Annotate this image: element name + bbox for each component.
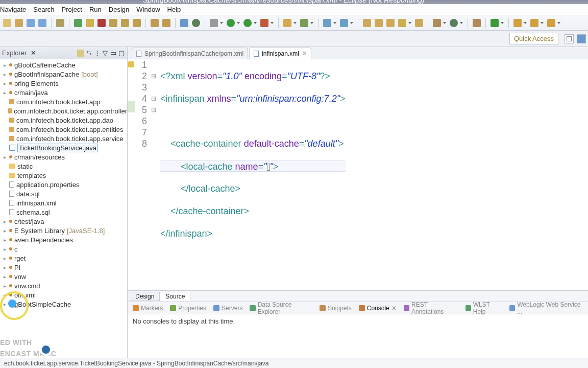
tree-item[interactable]: ▸c/main/java (0, 88, 127, 97)
tree-item[interactable]: ▸gBootCaffeineCache (0, 60, 127, 70)
highlight-icon[interactable] (491, 19, 499, 27)
tree-item[interactable]: ▸gBootSimpleCache (0, 300, 127, 309)
tree-item[interactable]: ▸c (0, 244, 127, 254)
tree-item[interactable]: ▸gBootInfinispanCache [boot] (0, 70, 127, 79)
view-servers[interactable]: Servers (213, 305, 242, 312)
fwd-icon[interactable] (530, 19, 538, 27)
code-editor[interactable]: 12345678 ⊟⊟⊟ <?xml version="1.0" encodin… (128, 59, 588, 290)
code-content[interactable]: <?xml version="1.0" encoding="UTF-8"?> <… (157, 59, 346, 290)
ext-tools-icon[interactable] (260, 19, 268, 27)
coverage-icon[interactable] (243, 19, 252, 27)
tree-item[interactable]: static (0, 162, 127, 171)
browser-icon[interactable] (363, 19, 371, 27)
view-wlst-help[interactable]: WLST Help (465, 301, 502, 315)
tab-infinispan[interactable]: infinispan.xml ✕ (249, 48, 311, 59)
wand2-icon[interactable] (398, 19, 406, 27)
tree-item[interactable]: schema.sql (0, 208, 127, 217)
tree-item[interactable]: ▸pring Elements (0, 79, 127, 88)
view-rest-annotations[interactable]: REST Annotations (404, 301, 458, 315)
tree-item[interactable]: ▸PI (0, 263, 127, 272)
last-edit-icon[interactable] (547, 19, 555, 27)
tree-item[interactable]: TicketBookingService.java (0, 143, 127, 152)
collapse-icon[interactable] (77, 50, 84, 57)
tree-item[interactable]: com.infotech.book.ticket.app.dao (0, 116, 127, 125)
tree-item[interactable]: ▸c/test/java (0, 217, 127, 226)
tree-item[interactable]: ▸aven Dependencies (0, 235, 127, 244)
open-task-icon[interactable] (340, 19, 348, 27)
tree-item[interactable]: com.infotech.book.ticket.app.controller (0, 106, 127, 116)
link-editor-icon[interactable]: ⇆ (85, 50, 92, 57)
new-proj-icon[interactable] (15, 19, 23, 27)
resume-icon[interactable] (74, 19, 82, 27)
quick-access-input[interactable]: Quick Access (509, 33, 558, 44)
tree-item[interactable]: ▸E System Library [JavaSE-1.8] (0, 226, 127, 235)
tree-item[interactable]: templates (0, 171, 127, 180)
view-icon (170, 305, 176, 311)
menu-help[interactable]: Help (167, 6, 181, 13)
debug-icon[interactable] (210, 19, 218, 27)
view-menu-icon[interactable]: ▽ (102, 50, 109, 57)
close-tab-icon[interactable]: ✕ (302, 50, 307, 57)
tree-item[interactable]: ▸rget (0, 254, 127, 263)
tree-item[interactable]: com.infotech.book.ticket.app (0, 97, 127, 106)
back-icon[interactable] (513, 19, 522, 27)
view-console[interactable]: Console ✕ (359, 305, 397, 312)
stepover-icon[interactable] (121, 19, 129, 27)
perspective-button[interactable] (565, 34, 574, 43)
source-subtab[interactable]: Source (160, 292, 190, 301)
menu-run[interactable]: Run (89, 6, 102, 13)
close-view-icon[interactable]: ✕ (391, 305, 397, 312)
maximize-icon[interactable]: ▢ (118, 50, 125, 57)
tree-item[interactable]: com.infotech.book.ticket.app.service (0, 134, 127, 143)
stop-icon[interactable] (97, 19, 106, 27)
tree-item[interactable]: ▸vnw.cmd (0, 281, 127, 290)
perspective-java-button[interactable] (577, 34, 586, 43)
saveall-icon[interactable] (38, 19, 46, 27)
tree-item[interactable]: data.sql (0, 189, 127, 198)
new-class-icon[interactable] (300, 19, 308, 27)
close-view-icon[interactable]: ✕ (30, 50, 37, 57)
menu-window[interactable]: Window (136, 6, 160, 13)
wand-icon[interactable] (56, 19, 64, 27)
fold2-icon[interactable] (386, 19, 395, 27)
view-properties[interactable]: Properties (170, 305, 206, 312)
menu-search[interactable]: Search (33, 6, 54, 13)
tree-item[interactable]: infinispan.xml (0, 198, 127, 208)
pause-icon[interactable] (86, 19, 94, 27)
tab-pom[interactable]: SpringBootInfinispanCache/pom.xml (132, 48, 248, 59)
pin-icon[interactable] (473, 19, 481, 27)
fold1-icon[interactable] (375, 19, 383, 27)
build-icon[interactable] (151, 19, 159, 27)
earth-icon[interactable] (192, 19, 200, 27)
menu-design[interactable]: Design (109, 6, 129, 13)
tree-item[interactable]: application.properties (0, 180, 127, 189)
view-snippets[interactable]: Snippets (320, 305, 352, 312)
search2-icon[interactable] (433, 19, 441, 27)
filter-icon[interactable]: ⋮ (93, 50, 101, 57)
view-markers[interactable]: Markers (133, 305, 163, 312)
tree-item[interactable]: ▸c/main/resources (0, 152, 127, 162)
design-subtab[interactable]: Design (130, 292, 160, 301)
new-pkg-icon[interactable] (283, 19, 291, 27)
open-type-icon[interactable] (323, 19, 331, 27)
menu-project[interactable]: Project (62, 6, 82, 13)
stepinto-icon[interactable] (109, 19, 117, 27)
fold-gutter[interactable]: ⊟⊟⊟ (150, 59, 157, 290)
minimize-icon[interactable]: ▭ (110, 50, 117, 57)
fold3-icon[interactable] (415, 19, 423, 27)
view-data-source-explorer[interactable]: Data Source Explorer (250, 301, 312, 315)
new-icon[interactable] (3, 19, 11, 27)
menu-navigate[interactable]: Navigate (0, 6, 26, 13)
stepreturn-icon[interactable] (133, 19, 141, 27)
warning-icon[interactable] (128, 61, 134, 67)
tree-item[interactable]: com.infotech.book.ticket.app.entities (0, 125, 127, 134)
tree-item[interactable]: ▸vnw (0, 272, 127, 281)
view-weblogic-web-service-[interactable]: WebLogic Web Service ... (509, 301, 583, 315)
save-icon[interactable] (27, 19, 35, 27)
globe-icon[interactable] (450, 19, 458, 27)
run-icon[interactable] (227, 19, 235, 27)
pkg-icon (9, 136, 14, 141)
toggle-bp-icon[interactable] (180, 19, 188, 27)
ant-icon[interactable] (162, 19, 170, 27)
tree-item[interactable]: ▸om.xml (0, 290, 127, 300)
